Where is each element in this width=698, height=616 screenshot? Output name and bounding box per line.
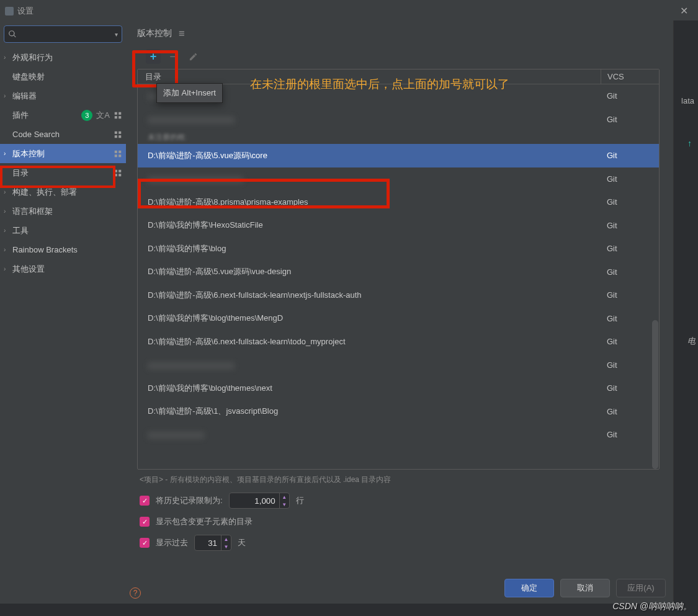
cell-vcs: Git	[601, 115, 659, 124]
show-changed-checkbox[interactable]: ✓	[140, 517, 150, 527]
sidebar-item[interactable]: 插件3文A	[0, 105, 126, 125]
table-row[interactable]: ▯▯▯▯▯▯▯▯▯▯▯▯▯Git	[138, 423, 659, 447]
limit-unit: 行	[296, 495, 304, 506]
svg-rect-10	[115, 154, 117, 157]
cell-dir: D:\前端\进阶-高级\6.next-fullstack-learn\todo_…	[138, 336, 601, 347]
spinner-down-icon[interactable]: ▼	[280, 501, 289, 508]
table-row[interactable]: D:\前端\我的博客\blog\themes\nextGit	[138, 377, 659, 400]
limit-history-label: 将历史记录限制为:	[156, 495, 223, 506]
apply-button[interactable]: 应用(A)	[616, 579, 666, 597]
svg-rect-3	[119, 116, 121, 118]
svg-rect-6	[115, 135, 117, 138]
cell-vcs: Git	[601, 407, 659, 416]
sidebar-item-label: 目录	[12, 167, 29, 179]
page-title: 版本控制	[137, 28, 172, 39]
show-past-checkbox[interactable]: ✓	[140, 538, 150, 548]
cell-dir: D:\前端\我的博客\HexoStaticFile	[138, 220, 601, 231]
settings-scope-icon	[114, 130, 122, 139]
table-row[interactable]: ▯▯▯▯▯▯▯▯▯▯▯▯▯▯▯▯▯▯▯▯Git	[138, 354, 659, 377]
days-input[interactable]: ▲▼	[194, 535, 231, 551]
cell-vcs: Git	[601, 151, 659, 160]
table-row[interactable]: D:\前端\进阶-高级\6.next-fullstack-learn\nextj…	[138, 283, 659, 307]
right-gutter: lata ↑ 电	[673, 20, 698, 604]
chevron-right-icon: ›	[4, 266, 10, 272]
cell-vcs: Git	[601, 383, 659, 393]
close-icon[interactable]: ✕	[676, 2, 692, 19]
help-icon[interactable]: ?	[130, 587, 141, 599]
cell-vcs: Git	[601, 337, 659, 346]
chevron-right-icon: ›	[4, 92, 10, 99]
remove-button[interactable]: −	[166, 49, 181, 64]
table-row[interactable]: D:\前端\进阶-高级\5.vue源码\coreGit	[138, 144, 659, 167]
annotation-text: 在未注册的根里面选中后，点上面的加号就可以了	[250, 76, 509, 92]
svg-rect-8	[115, 150, 117, 153]
search-input[interactable]: ▾	[4, 25, 122, 43]
chevron-right-icon: ›	[4, 208, 10, 215]
title-bar: 设置 ✕	[0, 0, 698, 20]
cell-vcs: Git	[601, 221, 659, 230]
cell-vcs: Git	[601, 290, 659, 300]
sidebar-item[interactable]: ›其他设置	[0, 259, 126, 279]
table-row[interactable]: D:\前端\我的博客\HexoStaticFileGit	[138, 214, 659, 238]
scrollbar[interactable]	[652, 320, 658, 469]
table-row[interactable]: D:\前端\进阶-高级\1、jsvascript\BlogGit	[138, 400, 659, 424]
col-header-vcs[interactable]: VCS	[601, 69, 659, 84]
svg-rect-5	[119, 131, 121, 133]
spinner-up-icon[interactable]: ▲	[280, 493, 289, 501]
sidebar-item[interactable]: ›工具	[0, 221, 126, 240]
table-row[interactable]: ▯▯▯▯▯▯▯▯▯▯▯▯▯▯▯▯▯▯▯▯Git	[138, 108, 659, 132]
table-row[interactable]: D:\前端\我的博客\blogGit	[138, 237, 659, 261]
spinner-down-icon[interactable]: ▼	[221, 543, 231, 550]
sidebar-item[interactable]: ›版本控制	[0, 144, 126, 163]
limit-history-checkbox[interactable]: ✓	[140, 496, 150, 506]
main-panel: 版本控制 + − 在未注册的根里面选中后，点上面的加号就可以了 目录 VCS 添…	[126, 20, 673, 604]
meta-description: <项目> - 所有模块的内容根、项目基目录的所有直接后代以及 .idea 目录内…	[137, 470, 667, 489]
sidebar-item-label: 语言和框架	[12, 206, 53, 217]
days-unit: 天	[238, 537, 246, 548]
sidebar-item-label: 外观和行为	[12, 52, 53, 63]
svg-rect-14	[115, 174, 117, 176]
sidebar-item[interactable]: Code Search	[0, 125, 126, 144]
cancel-button[interactable]: 取消	[560, 579, 610, 597]
svg-rect-7	[119, 135, 121, 138]
sidebar-item[interactable]: ›Rainbow Brackets	[0, 240, 126, 259]
badge: 3	[81, 110, 92, 121]
show-changed-label: 显示包含变更子元素的目录	[156, 516, 253, 527]
sidebar-item[interactable]: ›语言和框架	[0, 202, 126, 221]
sidebar-item[interactable]: ›外观和行为	[0, 48, 126, 67]
limit-history-input[interactable]: ▲▼	[229, 493, 290, 509]
sidebar-item[interactable]: ›构建、执行、部署	[0, 182, 126, 202]
gutter-text-2: 电	[687, 336, 696, 347]
vcs-table: 目录 VCS 添加 Alt+Insert ▯▯▯▯▯▯▯▯▯▯▯▯▯▯▯Git▯…	[137, 69, 660, 470]
cell-dir: ▯▯▯▯▯▯▯▯▯▯▯▯▯▯▯▯▯▯▯▯	[138, 360, 601, 370]
table-row[interactable]: D:\前端\我的博客\blog\themes\MengDGit	[138, 307, 659, 331]
sidebar-item[interactable]: ›编辑器	[0, 86, 126, 105]
toolbar: + −	[137, 45, 667, 68]
cell-dir: ▯▯▯▯▯▯▯▯▯▯▯▯▯	[138, 430, 601, 439]
cell-vcs: Git	[601, 197, 659, 207]
sidebar-item[interactable]: 目录	[0, 163, 126, 182]
svg-rect-0	[115, 112, 117, 114]
settings-scope-icon	[114, 111, 122, 120]
cell-vcs: Git	[601, 244, 659, 253]
cell-dir: ▯▯▯▯▯▯▯▯▯▯▯▯▯▯▯▯▯▯▯▯	[138, 115, 601, 124]
sidebar-item[interactable]: 键盘映射	[0, 67, 126, 86]
table-row[interactable]: D:\前端\进阶-高级\6.next-fullstack-learn\todo_…	[138, 330, 659, 354]
chevron-right-icon: ›	[4, 189, 10, 195]
edit-button[interactable]	[186, 49, 200, 64]
gear-icon[interactable]	[178, 29, 187, 38]
sidebar: ▾ ›外观和行为键盘映射›编辑器插件3文ACode Search›版本控制目录›…	[0, 20, 126, 604]
translate-icon: 文A	[96, 110, 110, 121]
chevron-right-icon: ›	[4, 54, 10, 61]
settings-scope-icon	[114, 169, 122, 177]
table-row[interactable]: ▯▯▯▯▯▯▯▯▯▯▯▯▯▯▯▯▯▯▯▯▯▯Git	[138, 167, 659, 191]
ok-button[interactable]: 确定	[504, 579, 554, 597]
window-title: 设置	[17, 6, 34, 17]
table-row[interactable]: D:\前端\进阶-高级\5.vue源码\vue-designGit	[138, 261, 659, 284]
spinner-up-icon[interactable]: ▲	[221, 535, 231, 543]
settings-scope-icon	[114, 150, 122, 158]
sidebar-item-label: 插件	[12, 110, 29, 121]
table-row[interactable]: D:\前端\进阶-高级\8.prisma\prisma-examplesGit	[138, 190, 659, 214]
add-button[interactable]: +	[146, 49, 161, 64]
cell-dir: D:\前端\进阶-高级\5.vue源码\vue-design	[138, 266, 601, 277]
